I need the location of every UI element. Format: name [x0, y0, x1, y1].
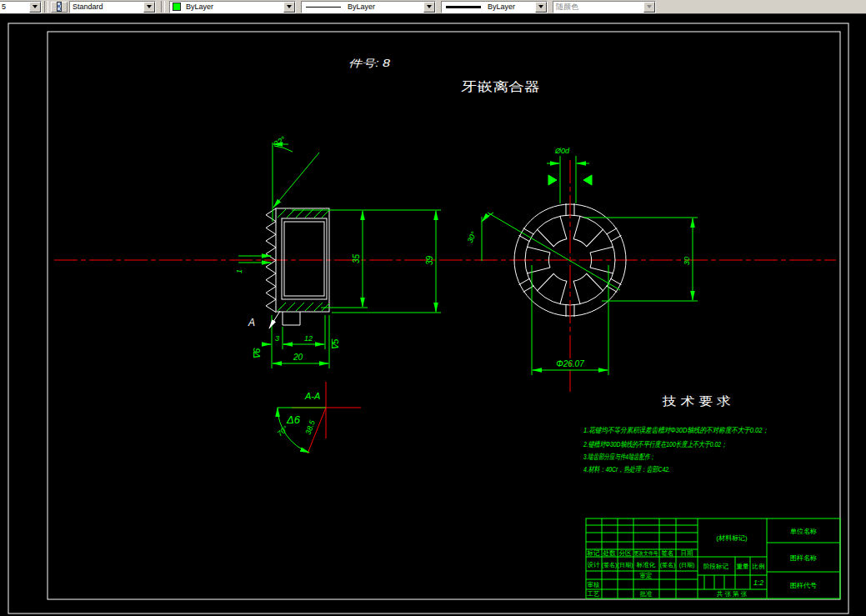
section-arrow — [269, 311, 280, 328]
tb-weight: 重量 — [737, 563, 750, 570]
tb-header-count: 处数 — [603, 549, 617, 557]
dim-12-label: 12 — [304, 334, 313, 343]
front-view: 32° 1 35 39 — [235, 134, 441, 368]
finish-d6-label: Δ6 — [286, 413, 301, 426]
tech-req-title: 技 术 要 求 — [662, 394, 731, 408]
tb-material-mark: (材料标记) — [716, 534, 748, 542]
layer-combo-value: 5 — [0, 3, 29, 11]
dropdown-arrow-icon — [643, 2, 655, 13]
cad-canvas[interactable]: 件号: 8 牙嵌离合器 — [0, 0, 866, 616]
linetype-sample-icon — [306, 7, 341, 8]
dim-30deg-label: 30° — [466, 230, 478, 244]
tb-sign2: (签名) — [660, 562, 676, 568]
dropdown-arrow-icon[interactable] — [29, 2, 41, 13]
dim-30deg — [482, 213, 620, 290]
tb-process: 工艺 — [588, 590, 601, 598]
lineweight-sample-icon — [446, 6, 481, 8]
dim-30-label: 30 — [683, 257, 691, 265]
lineweight-combo-value: ByLayer — [485, 3, 535, 11]
tb-header-sign: 签名 — [662, 549, 674, 557]
finish-v5-symbol: ∇5 — [330, 338, 340, 350]
tb-scale-label: 比例 — [753, 563, 765, 570]
dropdown-arrow-icon[interactable] — [423, 2, 435, 13]
tb-date1: (日期) — [618, 562, 633, 568]
tb-header-mark: 标记 — [587, 549, 601, 557]
color-combo[interactable]: ByLayer — [169, 1, 296, 13]
dropdown-arrow-icon[interactable] — [535, 2, 547, 13]
tb-header-fileno: 更改文件号 — [634, 550, 658, 557]
tb-approve-mid: 审定 — [640, 572, 653, 579]
dim-diameter-label: Φ26.07 — [556, 359, 584, 368]
checker-icon — [57, 2, 62, 12]
dropdown-arrow-icon[interactable] — [283, 2, 295, 13]
dim-20-label: 20 — [293, 353, 303, 362]
tb-check: 审核 — [588, 581, 601, 588]
dim-35-39 — [292, 210, 441, 313]
tb-standardize: 标准化 — [636, 561, 656, 568]
dim-39-label: 39 — [425, 255, 434, 265]
style-combo[interactable]: Standard — [69, 1, 156, 13]
tb-stage-mark: 阶段标记 — [703, 563, 729, 570]
tech-req-line2: 2.键槽对Φ30D轴线的不平行度在100长度上不大于0.02； — [583, 440, 727, 448]
plotstyle-combo-value: 随颜色 — [553, 2, 643, 13]
tb-sheet-note: 共 张 第 张 — [717, 590, 748, 598]
dim-1-label: 1 — [235, 269, 243, 273]
layer-combo[interactable]: 5 — [0, 1, 42, 13]
tb-sign1: (签名) — [602, 562, 618, 568]
dim-32deg-label: 32° — [272, 134, 288, 148]
style-combo-value: Standard — [70, 3, 143, 11]
tech-req-line4: 4.材料：40Cr，热处理：齿部C42. — [583, 465, 670, 473]
end-view: Ø0d 30° 30 Φ26.07 — [466, 147, 698, 392]
drawing-title: 牙嵌离合器 — [461, 79, 540, 93]
dim-385-label: 38.5 — [303, 418, 317, 436]
section-view-aa: A-A 70° Δ6 38.5 — [276, 382, 361, 453]
plotstyle-combo: 随颜色 — [553, 1, 656, 13]
tb-drawing-no: 图样代号 — [790, 582, 817, 589]
part-number-label: 件号: 8 — [348, 58, 390, 69]
section-aa-label: A-A — [304, 391, 320, 401]
color-swatch-icon — [173, 3, 181, 11]
dropdown-arrow-icon[interactable] — [143, 2, 155, 13]
text-style-icon[interactable] — [51, 2, 68, 13]
toolbar-separator — [161, 1, 165, 13]
dim-35-label: 35 — [352, 253, 361, 263]
dim-keyway-label: Ø0d — [554, 147, 570, 155]
dim-1 — [238, 256, 271, 263]
properties-toolbar: 5 Standard ByLayer ByLayer ByLayer 随颜色 — [0, 0, 866, 14]
tb-date2: (日期) — [679, 562, 695, 568]
sheet-border — [8, 23, 848, 613]
tech-req-line3: 3.啮齿部分应与件4啮齿配作； — [583, 453, 655, 461]
tb-company: 单位名称 — [790, 528, 817, 535]
linetype-combo-value: ByLayer — [345, 3, 423, 11]
autocad-window: 5 Standard ByLayer ByLayer ByLayer 随颜色 — [0, 0, 866, 616]
title-block: 标记 处数 分区 更改文件号 签名 日期 设计 (签名) (日期) 标准化 (签… — [586, 518, 840, 598]
tb-header-date: 日期 — [681, 549, 693, 557]
linetype-combo[interactable]: ByLayer — [301, 1, 436, 13]
dim-3-label: 3 — [275, 334, 279, 343]
finish-v6-symbol: ∇6 — [252, 348, 262, 359]
lineweight-combo[interactable]: ByLayer — [441, 1, 548, 13]
tb-approve: 批准 — [640, 590, 653, 598]
toolbar-separator — [44, 1, 48, 13]
tb-drawing-name: 图样名称 — [790, 554, 817, 562]
tb-scale-value: 1:2 — [753, 578, 763, 587]
section-a-label: A — [248, 317, 255, 328]
tb-design: 设计 — [588, 561, 601, 568]
dim-70deg-label: 70° — [276, 424, 290, 438]
tech-req-line1: 1.花键均不等分累积误差齿槽对Φ30D轴线的不对称度不大于0.02； — [583, 426, 768, 434]
dim-keyway — [547, 156, 592, 203]
tech-requirements: 技 术 要 求 1.花键均不等分累积误差齿槽对Φ30D轴线的不对称度不大于0.0… — [583, 394, 768, 473]
color-combo-value: ByLayer — [183, 3, 283, 11]
tb-header-zone: 分区 — [619, 549, 633, 557]
